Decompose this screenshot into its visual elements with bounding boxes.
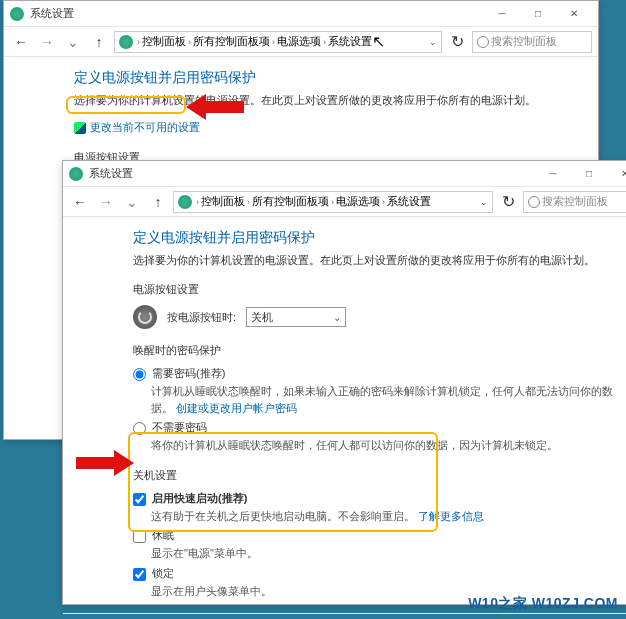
app-icon: [69, 167, 83, 181]
navbar: ← → ⌄ ↑ › 控制面板› 所有控制面板项› 电源选项› 系统设置 ⌄ ↻ …: [63, 187, 626, 217]
navbar: ← → ⌄ ↑ › 控制面板› 所有控制面板项› 电源选项› 系统设置 ⌄ ↻ …: [4, 27, 598, 57]
need-password-desc: 计算机从睡眠状态唤醒时，如果未输入正确的密码来解除计算机锁定，任何人都无法访问你…: [151, 383, 619, 416]
minimize-button[interactable]: ─: [535, 162, 571, 186]
power-button-dropdown[interactable]: 关机: [246, 307, 346, 327]
titlebar: 系统设置 ─ □ ✕: [4, 1, 598, 27]
maximize-button[interactable]: □: [520, 2, 556, 26]
radio-need-password-input[interactable]: [133, 368, 146, 381]
svg-marker-0: [186, 94, 244, 120]
change-unavailable-link[interactable]: 更改当前不可用的设置: [74, 120, 200, 135]
minimize-button[interactable]: ─: [484, 2, 520, 26]
watermark: W10之家 W10ZJ.COM: [468, 595, 618, 613]
refresh-button[interactable]: ↻: [446, 31, 468, 53]
content-area: 定义电源按钮并启用密码保护 选择要为你的计算机设置的电源设置。在此页上对设置所做…: [63, 217, 626, 613]
forward-button[interactable]: →: [36, 31, 58, 53]
search-input[interactable]: 搜索控制面板: [472, 31, 592, 53]
breadcrumb[interactable]: › 控制面板› 所有控制面板项› 电源选项› 系统设置 ⌄: [114, 31, 442, 53]
check-lock[interactable]: 锁定: [133, 566, 619, 581]
annotation-arrow-1: [186, 92, 246, 122]
app-icon: [10, 7, 24, 21]
power-button-label: 按电源按钮时:: [167, 310, 236, 325]
check-lock-input[interactable]: [133, 568, 146, 581]
svg-marker-1: [76, 450, 134, 476]
refresh-button[interactable]: ↻: [497, 191, 519, 213]
forward-button[interactable]: →: [95, 191, 117, 213]
history-dropdown[interactable]: ⌄: [62, 31, 84, 53]
highlight-change-link: [66, 96, 186, 114]
sleep-desc: 显示在"电源"菜单中。: [151, 545, 619, 562]
page-title: 定义电源按钮并启用密码保护: [74, 69, 568, 87]
search-input[interactable]: 搜索控制面板: [523, 191, 626, 213]
up-button[interactable]: ↑: [147, 191, 169, 213]
shield-icon: [74, 122, 86, 134]
highlight-shutdown-section: [128, 432, 438, 532]
breadcrumb[interactable]: › 控制面板› 所有控制面板项› 电源选项› 系统设置 ⌄: [173, 191, 493, 213]
section-power-button: 电源按钮设置: [133, 282, 619, 297]
window-title: 系统设置: [30, 6, 484, 21]
location-icon: [178, 195, 192, 209]
maximize-button[interactable]: □: [571, 162, 607, 186]
history-dropdown[interactable]: ⌄: [121, 191, 143, 213]
close-button[interactable]: ✕: [607, 162, 626, 186]
window-title: 系统设置: [89, 166, 535, 181]
up-button[interactable]: ↑: [88, 31, 110, 53]
section-wake-password: 唤醒时的密码保护: [133, 343, 619, 358]
power-icon: [133, 305, 157, 329]
titlebar: 系统设置 ─ □ ✕: [63, 161, 626, 187]
close-button[interactable]: ✕: [556, 2, 592, 26]
back-button[interactable]: ←: [10, 31, 32, 53]
annotation-arrow-2: [74, 448, 134, 478]
radio-need-password[interactable]: 需要密码(推荐): [133, 366, 619, 381]
page-subtitle: 选择要为你的计算机设置的电源设置。在此页上对设置所做的更改将应用于你所有的电源计…: [133, 253, 619, 268]
back-button[interactable]: ←: [69, 191, 91, 213]
window-front: 系统设置 ─ □ ✕ ← → ⌄ ↑ › 控制面板› 所有控制面板项› 电源选项…: [62, 160, 626, 605]
button-bar: 保存修改 取消: [63, 613, 626, 619]
create-password-link[interactable]: 创建或更改用户帐户密码: [176, 402, 297, 414]
page-title: 定义电源按钮并启用密码保护: [133, 229, 619, 247]
location-icon: [119, 35, 133, 49]
